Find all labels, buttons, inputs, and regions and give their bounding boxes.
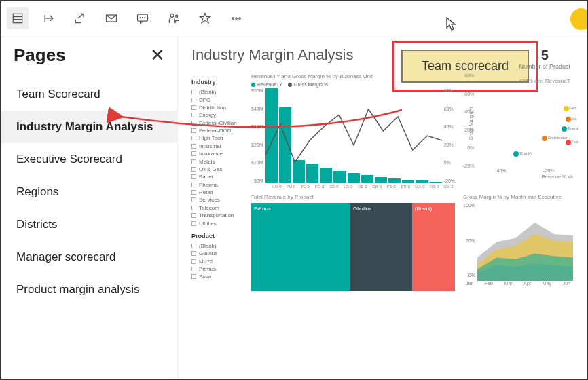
filter-item[interactable]: Industrial	[191, 142, 246, 150]
svg-point-11	[170, 14, 174, 17]
more-icon[interactable]	[225, 7, 247, 29]
page-item-executive-scorecard[interactable]: Executive Scorecard	[14, 143, 165, 176]
close-icon[interactable]: ✕	[150, 45, 165, 66]
report-canvas: Industry Margin Analysis Team scorecard …	[178, 35, 587, 379]
checkbox-icon[interactable]	[191, 121, 196, 126]
checkbox-icon[interactable]	[191, 259, 196, 264]
checkbox-icon[interactable]	[191, 251, 196, 256]
svg-marker-13	[200, 13, 210, 22]
teams-icon[interactable]	[163, 7, 185, 29]
report-title: Industry Margin Analysis	[191, 46, 353, 64]
filter-item[interactable]: Gladius	[191, 250, 246, 257]
filter-item[interactable]: Distribution	[191, 104, 246, 111]
svg-point-15	[236, 17, 238, 19]
filter-item[interactable]: Telecom	[191, 204, 246, 212]
checkbox-icon[interactable]	[191, 267, 196, 271]
checkbox-icon[interactable]	[191, 221, 196, 226]
filter-item[interactable]: Pharma	[191, 181, 246, 189]
combo-chart[interactable]: RevenueTY and Gross Margin % by Business…	[251, 73, 455, 189]
page-item-industry-margin[interactable]: Industry Margin Analysis	[1, 111, 177, 143]
filter-product-title: Product	[191, 233, 246, 240]
page-item-regions[interactable]: Regions	[14, 176, 165, 208]
svg-point-8	[140, 17, 141, 18]
filter-item[interactable]: Energy	[191, 111, 246, 119]
filter-item[interactable]: MI-72	[191, 258, 246, 265]
mail-icon[interactable]	[100, 7, 122, 29]
checkbox-icon[interactable]	[191, 213, 196, 218]
page-item-product-margin[interactable]: Product margin analysis	[14, 273, 165, 306]
checkbox-icon[interactable]	[191, 113, 196, 117]
filter-item[interactable]: Primus	[191, 265, 246, 273]
svg-point-14	[232, 17, 234, 19]
filter-item[interactable]: Federal-Civilian	[191, 119, 246, 127]
axis-label: Revenue % Va	[463, 174, 573, 179]
svg-point-12	[176, 15, 178, 17]
checkbox-icon[interactable]	[191, 197, 196, 202]
checkbox-icon[interactable]	[191, 90, 196, 94]
filter-item[interactable]: (Blank)	[191, 242, 246, 250]
checkbox-icon[interactable]	[191, 190, 196, 195]
cursor-icon	[445, 16, 458, 34]
go-icon[interactable]	[38, 7, 60, 29]
sidebar-title: Pages	[14, 45, 66, 66]
checkbox-icon[interactable]	[191, 183, 196, 187]
pages-sidebar: Pages ✕ Team Scorecard Industry Margin A…	[1, 35, 178, 379]
checkbox-icon[interactable]	[191, 244, 196, 248]
star-icon[interactable]	[194, 7, 216, 29]
legend-label: Gross Margin %	[294, 82, 328, 87]
avatar[interactable]	[570, 8, 588, 30]
checkbox-icon[interactable]	[191, 159, 196, 164]
checkbox-icon[interactable]	[191, 128, 196, 133]
page-item-districts[interactable]: Districts	[14, 208, 165, 241]
checkbox-icon[interactable]	[191, 274, 196, 279]
checkbox-icon[interactable]	[191, 151, 196, 156]
filter-pane: Industry (Blank)CPGDistributionEnergyFed…	[191, 73, 246, 291]
page-item-manager-scorecard[interactable]: Manager scorecard	[14, 241, 165, 273]
filter-item[interactable]: Insurance	[191, 150, 246, 157]
filter-item[interactable]: Paper	[191, 173, 246, 180]
axis-label: Gross Margin %	[468, 106, 473, 140]
svg-point-16	[239, 17, 241, 19]
svg-point-10	[145, 17, 145, 18]
area-chart-title: Gross Margin % by Month and Executive	[463, 194, 573, 200]
treemap-chart[interactable]: Total Revenue by Product PrimusGladius(B…	[251, 194, 455, 291]
treemap-title: Total Revenue by Product	[251, 194, 455, 200]
legend-label: RevenueTY	[257, 82, 282, 87]
svg-point-9	[143, 17, 143, 18]
filter-item[interactable]: Metals	[191, 157, 246, 165]
page-item-team-scorecard[interactable]: Team Scorecard	[14, 78, 165, 111]
filter-item[interactable]: Sova	[191, 273, 246, 280]
kpi-label: Number of Product	[519, 63, 570, 70]
checkbox-icon[interactable]	[191, 144, 196, 149]
comment-icon[interactable]	[132, 7, 153, 29]
checkbox-icon[interactable]	[191, 98, 196, 102]
area-chart[interactable]: Gross Margin % by Month and Executive 10…	[463, 194, 573, 291]
checkbox-icon[interactable]	[191, 206, 196, 210]
filter-item[interactable]: Retail	[191, 189, 246, 196]
share-icon[interactable]	[69, 7, 91, 29]
checkbox-icon[interactable]	[191, 105, 196, 110]
filter-item[interactable]: High Tech	[191, 134, 246, 142]
filter-item[interactable]: Utilities	[191, 219, 246, 227]
checkbox-icon[interactable]	[191, 174, 196, 179]
filter-item[interactable]: Federal-DOD	[191, 127, 246, 134]
expand-icon[interactable]	[7, 7, 29, 29]
filter-item[interactable]: Services	[191, 196, 246, 204]
kpi-value: 5	[519, 48, 570, 63]
filter-industry-title: Industry	[191, 79, 246, 86]
filter-item[interactable]: (Blank)	[191, 88, 246, 96]
checkbox-icon[interactable]	[191, 136, 196, 140]
filter-item[interactable]: Oil & Gas	[191, 166, 246, 173]
scatter-chart[interactable]: Gross Margin % 80%60%40%20%0%-20% FedMeE…	[463, 73, 573, 189]
filter-item[interactable]: CPG	[191, 96, 246, 103]
filter-item[interactable]: Transportation	[191, 212, 246, 219]
app-toolbar	[1, 1, 587, 35]
svg-rect-0	[13, 14, 22, 22]
checkbox-icon[interactable]	[191, 167, 196, 172]
